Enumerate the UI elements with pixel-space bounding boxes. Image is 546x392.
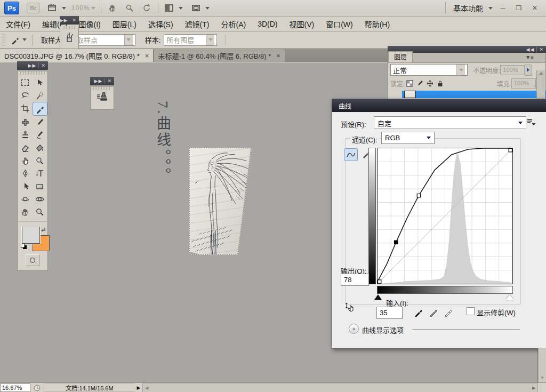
edit-points-mode-button[interactable] [344,148,358,161]
default-colors-icon[interactable] [21,244,27,250]
menu-window[interactable]: 窗口(W) [320,19,359,29]
launch-panel-group[interactable] [47,3,66,13]
view-extras-icon[interactable] [47,3,59,13]
restore-button[interactable]: ❐ [513,3,525,13]
sample-size-combo-arrow[interactable] [124,35,133,45]
document-tab-2[interactable]: 未标题-1 @ 60.4% (图层 6, RGB/8) * × [154,49,285,62]
minimize-button[interactable]: ─ [497,3,509,13]
arrange-documents-icon[interactable] [164,3,175,13]
tab-close-icon[interactable]: × [276,52,280,60]
quick-mask-button[interactable] [26,254,39,266]
on-image-adjust-icon[interactable] [345,301,357,315]
tool-clone-stamp[interactable] [18,129,32,141]
tool-spot-healing-brush[interactable] [18,116,32,129]
scroll-up-icon[interactable] [539,72,543,75]
expand-display-options-icon[interactable]: » [349,324,359,334]
black-point-eyedropper[interactable] [413,306,425,318]
lock-position-icon[interactable] [427,80,433,87]
menu-analysis[interactable]: 分析(A) [215,19,252,29]
tool-type[interactable] [33,167,46,180]
photo-layer[interactable] [189,99,334,346]
collapse-panel-icon[interactable]: ▶▶ [26,63,39,68]
tool-eraser[interactable] [18,141,32,154]
tool-smudge[interactable] [18,154,32,167]
input-field[interactable]: 35 [376,307,403,319]
close-button[interactable]: ✕ [529,3,541,13]
blend-mode-combo[interactable]: 正常 [390,64,468,76]
menu-filter[interactable]: 滤镜(T) [179,19,215,29]
arrange-documents[interactable] [164,3,183,13]
tool-paint-bucket[interactable] [33,141,46,154]
panel-grip[interactable] [20,71,45,75]
bridge-button[interactable]: Br [27,3,39,13]
arrange-documents-dropdown[interactable] [179,7,183,10]
blend-mode-arrow[interactable] [456,65,465,75]
floating-brushes-panel[interactable]: ▶▶✕ [60,16,79,49]
tool-crop[interactable] [18,102,32,115]
panel-menu-icon[interactable]: ▼≡ [525,54,534,60]
close-panel-icon[interactable]: ✕ [537,47,546,52]
menu-view[interactable]: 视图(V) [283,19,320,29]
panel-grip[interactable] [93,87,111,90]
selected-layer-row[interactable] [402,91,545,98]
tool-dodge[interactable] [33,154,46,167]
sample-size-combo[interactable]: 取样点 [74,34,135,46]
workspace-switcher[interactable]: 基本功能 [453,3,483,13]
show-clipping-checkbox[interactable] [467,307,475,315]
lock-pixels-icon[interactable] [416,80,423,87]
screen-mode-dropdown[interactable] [205,7,210,10]
workspace-dropdown[interactable] [488,7,493,10]
sample-combo-arrow[interactable] [206,35,214,45]
collapse-panel-icon[interactable]: ▶▶ [58,18,70,23]
swap-colors-icon[interactable]: ⇄ [41,227,45,233]
lock-all-icon[interactable] [437,80,444,87]
screen-mode-icon[interactable] [190,3,202,13]
preset-options-icon[interactable] [526,118,536,128]
tool-history-brush[interactable] [33,129,46,141]
layer-thumbnail[interactable] [404,91,416,98]
scroll-right-icon[interactable]: ▶ [530,384,537,391]
collapse-panel-icon[interactable]: ◀◀ [524,47,537,52]
panel-grip[interactable] [63,26,76,29]
floating-clone-source-panel[interactable]: ▶▶✕ [90,77,114,110]
vertical-scrollbar[interactable]: ▼ [538,348,546,382]
sample-combo[interactable]: 所有图层 [164,34,217,46]
menu-layer[interactable]: 图层(L) [107,19,142,29]
tool-quick-selection[interactable] [33,89,46,102]
lock-transparency-icon[interactable] [406,80,413,87]
zoom-dropdown[interactable] [91,7,95,10]
layers-tab[interactable]: 图层 [388,51,413,62]
tool-preset-dropdown[interactable] [22,38,27,41]
eyedropper-tool-icon[interactable] [10,35,21,45]
toolbox-header[interactable]: ▶▶✕ [17,61,48,70]
preset-combo[interactable]: 自定 [374,116,526,129]
tool-zoom[interactable] [33,205,46,218]
tool-3d-orbit[interactable] [33,193,46,205]
tool-eyedropper[interactable] [33,102,47,116]
collapse-panel-icon[interactable]: ▶▶ [92,78,105,84]
view-extras-dropdown[interactable] [62,7,66,10]
tool-3d-rotate[interactable] [18,193,32,205]
menu-3d[interactable]: 3D(D) [252,20,283,28]
horizontal-scrollbar[interactable]: ◀ ▶ [142,383,538,392]
tool-rectangular-marquee[interactable] [18,76,32,89]
menu-file[interactable]: 文件(F) [0,19,36,29]
tool-lasso[interactable] [18,89,32,102]
document-tab-1[interactable]: DSC00319.JPG @ 16.7% (图层 0, RGB/8) * × [0,49,154,62]
status-menu-icon[interactable]: ▶ [135,383,142,392]
channel-combo[interactable]: RGB [381,132,435,144]
gray-point-eyedropper[interactable] [428,306,440,318]
tool-hand[interactable] [18,205,32,218]
menu-select[interactable]: 选择(S) [142,19,179,29]
close-panel-icon[interactable]: ✕ [39,63,48,68]
options-grip[interactable] [2,34,5,46]
opacity-field[interactable]: 100% [500,65,532,76]
close-panel-icon[interactable]: ✕ [105,78,114,84]
screen-mode[interactable] [190,3,210,13]
foreground-color-swatch[interactable] [22,227,40,244]
white-point-eyedropper[interactable] [443,306,455,318]
tab-close-icon[interactable]: × [145,52,149,60]
black-point-slider[interactable] [374,294,382,300]
close-panel-icon[interactable]: ✕ [70,18,79,23]
tool-pen[interactable] [18,167,32,180]
